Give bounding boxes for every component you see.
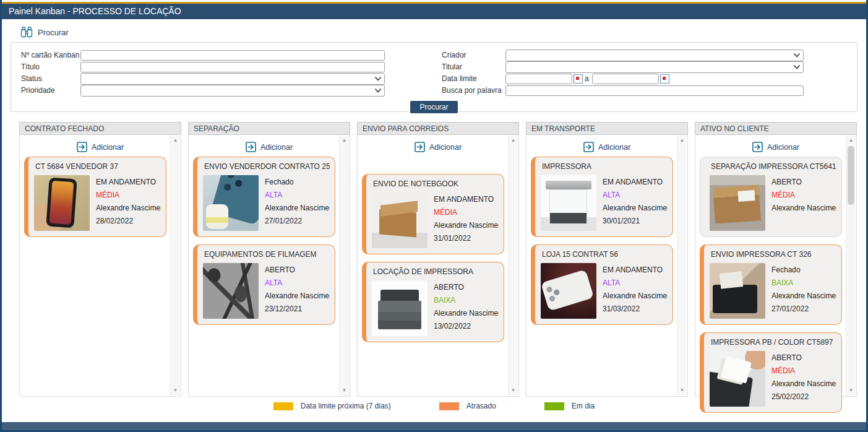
word-search-input[interactable] [505,85,804,96]
card-title: LOJA 15 CONTRAT 56 [542,250,668,259]
kanban-number-label: Nº cartão Kanban [21,51,80,59]
card-status: ABERTO [434,281,499,294]
scrollbar[interactable]: ▲ ▼ [339,136,349,395]
card-image [541,263,596,319]
kanban-card[interactable]: SEPARAÇÃO IMPRESSORA CT5641 ABERTO MÉDIA… [700,157,842,237]
scroll-thumb[interactable] [848,146,854,205]
scrollbar[interactable]: ▲ ▼ [508,136,518,395]
calendar-icon[interactable] [574,74,583,84]
deadline-from-input[interactable] [505,74,572,84]
column-header: ATIVO NO CLIENTE [695,122,857,135]
scroll-up-icon[interactable]: ▲ [509,136,518,145]
add-card-icon [583,142,594,152]
scroll-down-icon[interactable]: ▼ [340,386,349,395]
card-date: 31/01/2022 [434,232,499,245]
scroll-down-icon[interactable]: ▼ [677,386,687,395]
add-card-icon [77,142,87,152]
card-title: SEPARAÇÃO IMPRESSORA CT5641 [711,162,836,171]
card-title: CT 5684 VENDEDOR 37 [35,162,161,171]
legend-label: Em dia [572,402,595,410]
card-image [203,263,259,319]
search-button[interactable]: Procurar [410,101,457,113]
card-owner: Alexandre Nascimento Loc [434,307,499,320]
scroll-down-icon[interactable]: ▼ [509,386,518,395]
chevron-down-icon [793,52,801,58]
kanban-board: CONTRATO FECHADO Adicionar CT 5684 VENDE… [19,122,866,397]
scrollbar[interactable]: ▲ ▼ [170,136,180,395]
scrollbar[interactable]: ▲ ▼ [846,136,856,395]
card-owner: Alexandre Nascimento Loc [96,202,161,215]
word-search-label: Busca por palavra [442,86,505,95]
add-card-icon [752,142,763,152]
card-date: 28/02/2022 [96,215,161,228]
card-image [710,175,765,231]
column-contrato-fechado: CONTRATO FECHADO Adicionar CT 5684 VENDE… [19,122,181,397]
card-priority: BAIXA [434,294,499,307]
legend-swatch-yellow [273,402,293,410]
status-select[interactable] [80,73,385,85]
card-priority: MÉDIA [96,189,161,202]
footer-bar [2,422,866,430]
column-body: Adicionar IMPRESSORA EM ANDAMENTO ALTA A… [526,135,688,397]
deadline-to-input[interactable] [592,74,659,84]
card-title: LOCAÇÃO DE IMPRESSORA [373,267,499,276]
add-card-icon [415,142,425,152]
column-body: Adicionar ENVIO DE NOTEBGOOK EM ANDAMENT… [357,135,519,397]
card-status: EM ANDAMENTO [603,176,668,189]
card-date [771,215,836,228]
scroll-up-icon[interactable]: ▲ [340,136,349,145]
add-card-button[interactable]: Adicionar [526,135,687,152]
add-card-icon [246,142,256,152]
scrollbar[interactable]: ▲ ▼ [677,136,687,395]
legend-item-on-time: Em dia [544,402,595,410]
card-priority: MÉDIA [434,206,499,219]
kanban-card[interactable]: CT 5684 VENDEDOR 37 EM ANDAMENTO MÉDIA A… [24,157,166,237]
kanban-card[interactable]: EQUIPAMENTOS DE FILMAGEM ABERTO ALTA Ale… [193,244,335,325]
kanban-card[interactable]: IMPRESSORA EM ANDAMENTO ALTA Alexandre N… [531,157,673,237]
search-section-header: Procurar [20,27,866,38]
scroll-up-icon[interactable]: ▲ [846,136,856,145]
calendar-icon[interactable] [660,74,669,84]
card-owner: Alexandre Nascimento Loc [771,290,836,303]
column-body: Adicionar ENVIO VENDERDOR CONTRATO 2579 … [188,135,350,397]
add-card-button[interactable]: Adicionar [189,135,350,152]
card-status: ABERTO [771,352,836,365]
card-title: EQUIPAMENTOS DE FILMAGEM [204,250,330,259]
column-header: ENVIO PARA CORREIOS [357,122,519,135]
kanban-card[interactable]: ENVIO IMPRESSORA CT 326 Fechado BAIXA Al… [700,244,842,325]
card-date: 27/01/2022 [265,215,330,228]
card-title: ENVIO IMPRESSORA CT 326 [711,250,836,259]
add-card-label: Adicionar [429,143,462,152]
scroll-up-icon[interactable]: ▲ [677,136,687,145]
legend-item-deadline-near: Data limite próxima (7 dias) [273,402,391,410]
kanban-card[interactable]: LOCAÇÃO DE IMPRESSORA ABERTO BAIXA Alexa… [362,262,504,342]
priority-select[interactable] [80,85,385,97]
card-owner: Alexandre Nascimento Loc [603,202,668,215]
kanban-card[interactable]: LOJA 15 CONTRAT 56 EM ANDAMENTO ALTA Ale… [531,244,673,325]
card-date: 27/01/2022 [771,303,836,316]
add-card-button[interactable]: Adicionar [358,135,518,152]
column-separacao: SEPARAÇÃO Adicionar ENVIO VENDERDOR CONT… [188,122,350,397]
creator-select[interactable] [505,50,804,61]
legend-item-late: Atrasado [439,402,496,410]
add-card-button[interactable]: Adicionar [695,135,856,152]
kanban-card[interactable]: IMPRESSORA PB / COLOR CT5897 ABERTO MÉDI… [700,332,842,413]
title-label: Título [21,63,80,71]
kanban-card[interactable]: ENVIO VENDERDOR CONTRATO 2579 Fechado AL… [193,157,335,237]
add-card-button[interactable]: Adicionar [20,135,181,152]
kanban-number-input[interactable] [80,50,385,61]
scroll-down-icon[interactable]: ▼ [171,386,180,395]
card-title: IMPRESSORA [542,162,668,171]
kanban-card[interactable]: ENVIO DE NOTEBGOOK EM ANDAMENTO MÉDIA Al… [362,174,504,254]
title-input[interactable] [80,62,385,72]
holder-select[interactable] [505,61,804,73]
card-status: ABERTO [771,176,836,189]
scroll-up-icon[interactable]: ▲ [171,136,180,145]
scroll-down-icon[interactable]: ▼ [846,386,856,395]
card-title: ENVIO DE NOTEBGOOK [373,179,499,188]
page-title: Painel Kanban - PROCESSO DE LOCAÇÃO [2,4,866,19]
card-priority: ALTA [603,277,668,290]
add-card-label: Adicionar [767,143,799,152]
creator-label: Criador [442,51,505,59]
column-body: Adicionar SEPARAÇÃO IMPRESSORA CT5641 AB… [695,135,857,397]
